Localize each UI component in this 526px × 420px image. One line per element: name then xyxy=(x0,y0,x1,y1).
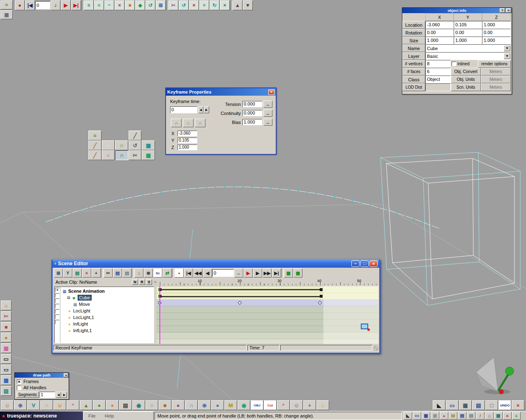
tree-item-move[interactable]: ▦ Move xyxy=(60,301,154,308)
file-tool-icon[interactable]: ▤ xyxy=(472,400,485,410)
erase-tool-icon[interactable]: × xyxy=(199,0,209,10)
sweep-tool-icon[interactable]: ↺ xyxy=(145,0,155,10)
size-z-field[interactable]: 1.000 xyxy=(482,37,511,44)
keyframe-marker[interactable] xyxy=(320,295,323,298)
se-toolbar-button[interactable] xyxy=(101,269,103,278)
arc-tool[interactable]: ∩ xyxy=(115,140,128,150)
se-calendar-icon[interactable]: ▦ xyxy=(284,269,293,278)
se-record-button[interactable]: ● xyxy=(175,269,184,278)
swap-icon[interactable]: ⇄ xyxy=(163,269,172,278)
scissors-tool-icon[interactable]: ✂ xyxy=(168,0,178,10)
menu-help[interactable]: Help xyxy=(105,413,114,418)
lod-dist-button[interactable]: LOD Dist xyxy=(402,83,425,91)
toolbar-button[interactable] xyxy=(81,0,83,10)
tree-item-cube[interactable]: ⊟ ■ Cube xyxy=(60,294,154,301)
clear-tool-icon[interactable]: × xyxy=(220,0,230,10)
gear-path-tool[interactable]: ✂ xyxy=(129,150,142,160)
object-info-titlebar[interactable]: object info ? × xyxy=(402,8,512,13)
se-rewind-button[interactable]: ◀◀ xyxy=(194,269,203,278)
bone-tool[interactable]: ╱ xyxy=(88,140,102,150)
hierarchy-icon[interactable]: Y xyxy=(63,269,72,278)
bias-field[interactable]: 1.000 xyxy=(242,119,262,125)
s-toggle-button[interactable]: S xyxy=(146,279,152,285)
morph-icon[interactable]: M xyxy=(224,400,237,410)
se-go-end-button[interactable]: ▶| xyxy=(272,269,281,278)
tree-item-loclight-1[interactable]: ● LocLight,1 xyxy=(60,314,154,321)
render-view-icon[interactable]: ▭ xyxy=(413,412,421,420)
ease-medium-icon[interactable]: ∩ xyxy=(183,119,194,127)
chevron-down-icon[interactable]: ▼ xyxy=(504,53,510,59)
minimize-button[interactable]: − xyxy=(351,260,360,267)
copy-tool-icon[interactable]: ⊞ xyxy=(156,0,166,10)
extra-grid-icon[interactable]: ▦ xyxy=(494,412,503,420)
bias-slider-button[interactable]: ↔ xyxy=(263,119,272,126)
monitor-tool-icon[interactable]: ▭ xyxy=(446,400,459,410)
faces-field[interactable]: 6 xyxy=(425,68,451,76)
ring-icon[interactable]: ○ xyxy=(145,400,158,410)
size-y-field[interactable]: 1.000 xyxy=(454,37,482,44)
se-toolbar-button[interactable] xyxy=(132,269,134,278)
close-icon[interactable]: × xyxy=(64,373,68,377)
polygon-tool-icon[interactable]: ◆ xyxy=(135,0,145,10)
wrench-icon[interactable]: + xyxy=(303,400,316,410)
motion-path-curve[interactable] xyxy=(45,187,440,229)
tree-item-scene-animation[interactable]: ▦ Scene Animation xyxy=(60,288,154,294)
name-select[interactable]: Cube ▼ xyxy=(425,44,511,52)
se-ffwd-button[interactable]: ▶▶ xyxy=(263,269,272,278)
record-button[interactable]: ● xyxy=(15,0,25,10)
tree-item-loclight[interactable]: ● LocLight xyxy=(60,308,154,314)
faces-icon[interactable]: ☺ xyxy=(1,400,14,410)
library-icon[interactable]: ▤ xyxy=(1,386,12,396)
se-play-button[interactable]: ▶ xyxy=(253,269,262,278)
mute-checkbox[interactable] xyxy=(55,314,60,319)
ok-green-icon[interactable]: + xyxy=(512,412,521,420)
ik-handle-tool[interactable]: ○ xyxy=(102,140,115,150)
add-track-icon[interactable]: + xyxy=(92,269,101,278)
play-button[interactable]: ▶ xyxy=(61,0,71,10)
expand-all-icon[interactable]: ⊞ xyxy=(54,269,63,278)
orange-shell-icon[interactable]: ● xyxy=(106,400,119,410)
tree-item-inflight[interactable]: ● InfLight xyxy=(60,321,154,327)
rotation-x-field[interactable]: 0.00 xyxy=(425,29,454,37)
paint-cube-icon[interactable]: ■ xyxy=(1,322,12,332)
flower2-icon[interactable]: * xyxy=(277,400,290,410)
help-button[interactable]: ? xyxy=(500,8,505,13)
obj-convert-button[interactable]: Obj. Convert xyxy=(451,68,481,76)
meters-button[interactable]: Meters xyxy=(481,68,511,76)
layer-button[interactable]: Layer xyxy=(402,52,425,60)
layer-select[interactable]: Basic ▼ xyxy=(425,52,511,60)
light-grid-icon[interactable]: ▦ xyxy=(431,412,439,420)
pen-icon[interactable]: / xyxy=(476,412,484,420)
wire-grid-icon[interactable]: ▦ xyxy=(422,412,430,420)
target-icon[interactable]: ◉ xyxy=(132,400,145,410)
zoom-time-icon[interactable]: ⊕ xyxy=(144,269,153,278)
cam-icon[interactable]: ⌂ xyxy=(485,412,494,420)
path-lib-tool[interactable]: ▦ xyxy=(142,150,155,160)
se-go-start-button[interactable]: |◀ xyxy=(184,269,193,278)
mute-checkbox[interactable] xyxy=(55,320,60,324)
se-play-record-button[interactable]: ▶ xyxy=(244,269,253,278)
mute-checkbox[interactable] xyxy=(55,309,60,314)
bones-tool-icon[interactable]: × xyxy=(115,0,125,10)
class-field[interactable]: Object xyxy=(425,76,451,83)
vertex-tool-icon[interactable]: V xyxy=(27,400,40,410)
crate-icon[interactable]: ■ xyxy=(159,400,171,410)
film-icon[interactable]: ▤ xyxy=(119,400,132,410)
physics-icon[interactable]: ⊕ xyxy=(14,400,27,410)
terrain-icon[interactable]: ▲ xyxy=(80,400,92,410)
page-tool-icon[interactable]: □ xyxy=(485,400,498,410)
layers-icon[interactable]: ▤ xyxy=(73,269,82,278)
segments-field[interactable]: 1 xyxy=(39,392,55,398)
sheet-icon[interactable]: ▤ xyxy=(467,412,475,420)
keyframe-browser-icon[interactable]: ≡ xyxy=(84,0,94,10)
rotate-tool-icon[interactable]: ↺ xyxy=(179,0,189,10)
mute-checkbox[interactable] xyxy=(55,304,60,308)
close-app-icon[interactable]: × xyxy=(512,400,524,410)
draw-path-tool[interactable]: ≈ xyxy=(88,131,102,140)
toolbar-button[interactable] xyxy=(230,0,232,10)
meters-button[interactable]: Meters xyxy=(481,83,511,91)
mute-checkbox[interactable] xyxy=(55,293,60,298)
chevron-down-icon[interactable]: ▼ xyxy=(504,45,510,51)
menu-file[interactable]: File xyxy=(88,413,96,418)
time-spin-up[interactable]: ▶ xyxy=(204,106,209,113)
